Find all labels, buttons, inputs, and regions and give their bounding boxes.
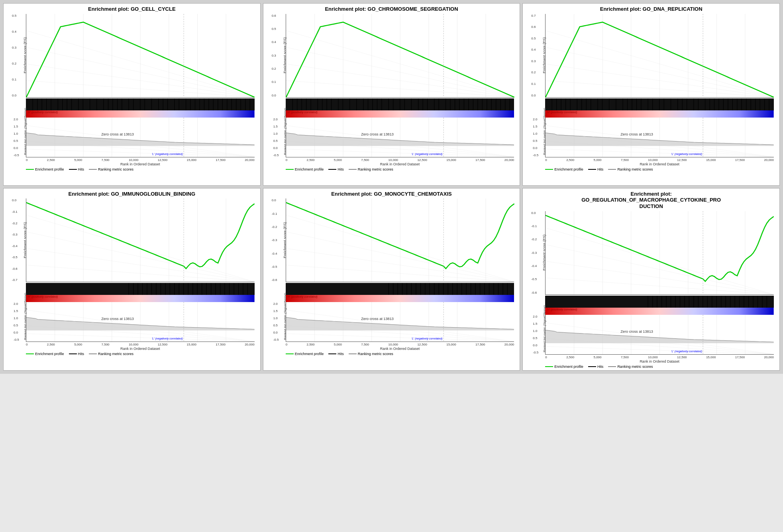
svg-rect-249 — [26, 295, 255, 302]
es-y-label: Enrichment score (ES) — [542, 235, 546, 271]
x-axis-label: Rank in Ordered Dataset — [545, 162, 774, 166]
es-chart-immunoglobulin_binding: Enrichment score (ES) 0.0-0.1-0.2-0.3-0.… — [26, 198, 255, 282]
legend-enrichment: Enrichment profile — [545, 365, 583, 369]
ranked-chart-dna_replication: Ranked list metric (Signal2Noise) 2.01.5… — [545, 118, 774, 157]
hits-line-icon — [328, 353, 336, 354]
chart-area-immunoglobulin_binding: Enrichment score (ES) 0.0-0.1-0.2-0.3-0.… — [5, 198, 259, 368]
legend-enrichment-label: Enrichment profile — [35, 167, 64, 171]
es-svg — [26, 198, 255, 282]
plot-dna_replication: Enrichment plot: GO_DNA_REPLICATION Enri… — [522, 3, 780, 186]
es-svg — [26, 14, 255, 97]
ranking-gradient-chromosome_segregation: 'H' (positively correlated) — [286, 110, 514, 118]
es-y-label: Enrichment score (ES) — [23, 37, 27, 73]
ranked-y-ticks: 2.01.51.00.50.0-0.5 — [533, 118, 538, 157]
enrichment-line-icon — [26, 353, 34, 354]
plot-title-chromosome_segregation: Enrichment plot: GO_CHROMOSOME_SEGREGATI… — [265, 6, 518, 12]
x-axis-label: Rank in Ordered Dataset — [26, 347, 255, 351]
es-y-label: Enrichment score (ES) — [23, 222, 27, 258]
legend-ranking-label: Ranking metric scores — [358, 352, 393, 356]
legend-enrichment-label: Enrichment profile — [35, 352, 64, 356]
x-axis-area-dna_replication: 02,5005,0007,50010,00012,50015,00017,500… — [545, 157, 774, 166]
enrichment-line-icon — [545, 169, 553, 170]
es-svg — [546, 211, 774, 294]
es-y-ticks: 0.60.50.40.30.20.10.0 — [272, 14, 276, 97]
h-positive-label: 'H' (positively correlated) — [287, 111, 318, 114]
svg-text:Zero cross at 13813: Zero cross at 13813 — [101, 317, 134, 321]
svg-rect-55 — [26, 110, 255, 118]
hits-bar-macrophage_cytokine — [545, 296, 774, 308]
chart-area-monocyte_chemotaxis: Enrichment score (ES) 0.0-0.1-0.2-0.3-0.… — [265, 198, 518, 368]
ranked-svg: Zero cross at 13813 — [546, 315, 774, 354]
svg-rect-357 — [545, 308, 774, 315]
hits-bar-cell_cycle — [26, 98, 255, 110]
ranked-y-label: Ranked list metric (Signal2Noise) — [543, 316, 546, 352]
enrichment-line-icon — [545, 366, 553, 367]
plot-title-macrophage_cytokine: Enrichment plot:GO_REGULATION_OF_MACROPH… — [524, 191, 778, 210]
es-chart-monocyte_chemotaxis: Enrichment score (ES) 0.0-0.1-0.2-0.3-0.… — [286, 198, 514, 282]
legend-dna_replication: Enrichment profile Hits Ranking metric s… — [545, 167, 778, 171]
chart-area-macrophage_cytokine: Enrichment score (ES) 0.0-0.1-0.2-0.3-0.… — [524, 211, 778, 369]
ranked-y-ticks: 2.01.51.00.50.0-0.5 — [273, 118, 279, 157]
x-axis-area-monocyte_chemotaxis: 02,5005,0007,50010,00012,50015,00017,500… — [286, 342, 514, 351]
ranking-gradient-cell_cycle: 'H' (positively correlated) — [26, 110, 255, 118]
ranked-svg: Zero cross at 13813 — [26, 302, 255, 342]
legend-ranking: Ranking metric scores — [349, 167, 393, 171]
es-y-label: Enrichment score (ES) — [283, 37, 287, 73]
plot-title-cell_cycle: Enrichment plot: GO_CELL_CYCLE — [5, 6, 259, 12]
x-axis-label: Rank in Ordered Dataset — [545, 359, 774, 363]
svg-text:Zero cross at 13813: Zero cross at 13813 — [361, 132, 394, 136]
legend-enrichment-label: Enrichment profile — [554, 365, 583, 369]
ranked-chart-immunoglobulin_binding: Ranked list metric (Signal2Noise) 2.01.5… — [26, 302, 255, 342]
ranked-svg: Zero cross at 13813 — [26, 118, 255, 157]
legend-enrichment: Enrichment profile — [286, 167, 324, 171]
ranked-chart-cell_cycle: Ranked list metric (Signal2Noise) 2.01.5… — [26, 118, 255, 157]
legend-hits: Hits — [69, 167, 84, 171]
ranked-chart-macrophage_cytokine: Ranked list metric (Signal2Noise) 2.01.5… — [545, 315, 774, 355]
es-svg — [546, 14, 774, 97]
legend-enrichment-label: Enrichment profile — [295, 352, 324, 356]
plot-monocyte_chemotaxis: Enrichment plot: GO_MONOCYTE_CHEMOTAXIS … — [263, 188, 520, 371]
legend-ranking-label: Ranking metric scores — [358, 167, 393, 171]
hits-line-icon — [328, 169, 336, 170]
hits-svg — [545, 98, 774, 110]
x-ticks-immunoglobulin_binding: 02,5005,0007,50010,00012,50015,00017,500… — [26, 342, 255, 346]
ranked-y-label: Ranked list metric (Signal2Noise) — [543, 119, 546, 155]
plot-cell_cycle: Enrichment plot: GO_CELL_CYCLE Enrichmen… — [3, 3, 261, 186]
gradient-svg — [26, 110, 255, 118]
svg-text:Zero cross at 13813: Zero cross at 13813 — [621, 132, 653, 136]
x-ticks-monocyte_chemotaxis: 02,5005,0007,50010,00012,50015,00017,500… — [286, 342, 514, 346]
hits-svg — [286, 283, 514, 295]
ranked-y-ticks: 2.01.51.00.50.0-0.5 — [14, 118, 19, 157]
ranking-line-icon — [349, 353, 357, 354]
l-negative-label: 'L' (negatively correlated) — [412, 337, 443, 340]
es-chart-dna_replication: Enrichment score (ES) 0.70.60.50.40.30.2… — [545, 14, 774, 98]
ranking-gradient-macrophage_cytokine: 'H' (positively correlated) — [545, 308, 774, 315]
svg-rect-195 — [545, 110, 774, 118]
legend-ranking-label: Ranking metric scores — [98, 352, 133, 356]
legend-macrophage_cytokine: Enrichment profile Hits Ranking metric s… — [545, 365, 778, 369]
svg-text:Zero cross at 13813: Zero cross at 13813 — [361, 317, 394, 321]
plot-title-immunoglobulin_binding: Enrichment plot: GO_IMMUNOGLOBULIN_BINDI… — [5, 191, 259, 197]
hits-line-icon — [588, 366, 596, 367]
legend-hits: Hits — [328, 167, 344, 171]
gradient-svg — [545, 308, 774, 315]
legend-ranking-label: Ranking metric scores — [98, 167, 133, 171]
legend-hits: Hits — [328, 352, 344, 356]
legend-ranking-label: Ranking metric scores — [617, 365, 653, 369]
es-chart-cell_cycle: Enrichment score (ES) 0.50.40.30.20.10.0 — [26, 14, 255, 98]
es-y-ticks: 0.0-0.1-0.2-0.3-0.4-0.5-0.6 — [272, 198, 277, 282]
ranked-y-label: Ranked list metric (Signal2Noise) — [24, 304, 27, 340]
es-y-ticks: 0.70.60.50.40.30.20.10.0 — [531, 14, 536, 97]
x-axis-area-immunoglobulin_binding: 02,5005,0007,50010,00012,50015,00017,500… — [26, 342, 255, 351]
x-axis-area-chromosome_segregation: 02,5005,0007,50010,00012,50015,00017,500… — [286, 157, 514, 166]
plot-title-monocyte_chemotaxis: Enrichment plot: GO_MONOCYTE_CHEMOTAXIS — [265, 191, 518, 197]
plots-grid: Enrichment plot: GO_CELL_CYCLE Enrichmen… — [0, 0, 783, 374]
chart-area-chromosome_segregation: Enrichment score (ES) 0.60.50.40.30.20.1… — [265, 14, 518, 184]
es-y-ticks: 0.0-0.1-0.2-0.3-0.4-0.5-0.6 — [531, 211, 537, 294]
enrichment-line-icon — [26, 169, 34, 170]
ranked-y-ticks: 2.01.51.00.50.0-0.5 — [533, 315, 538, 354]
plot-immunoglobulin_binding: Enrichment plot: GO_IMMUNOGLOBULIN_BINDI… — [3, 188, 261, 371]
l-negative-label: 'L' (negatively correlated) — [412, 153, 443, 155]
ranked-y-label: Ranked list metric (Signal2Noise) — [283, 119, 287, 155]
h-positive-label: 'H' (positively correlated) — [287, 295, 318, 298]
